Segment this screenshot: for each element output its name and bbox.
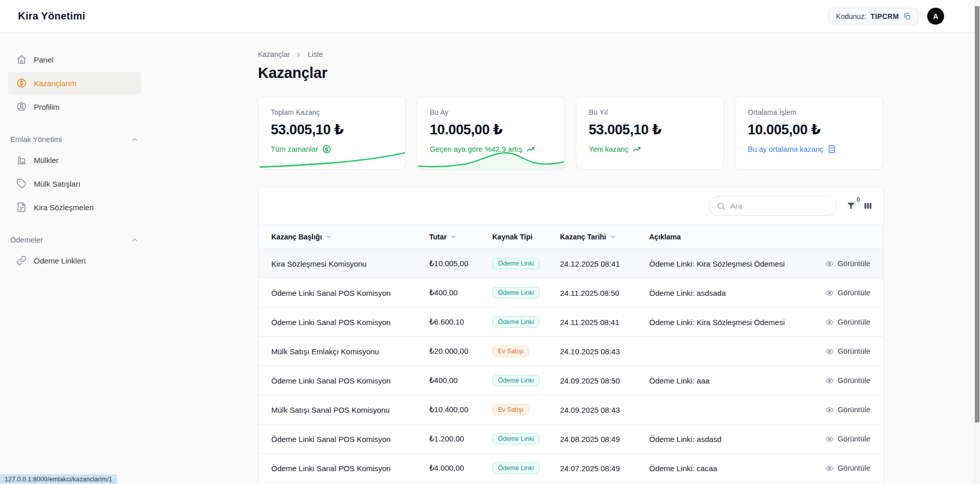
copy-icon[interactable] — [903, 12, 911, 21]
sidebar-item-mülkler[interactable]: Mülkler — [8, 149, 141, 171]
sidebar-item-panel[interactable]: Panel — [8, 48, 141, 71]
sidebar-section-label: Emlak Yönetimi — [10, 135, 62, 144]
cell-source-type: Ödeme Linki — [492, 316, 560, 328]
table-body: Kira Sözleşmesi Komisyonu ₺10.005,00 Öde… — [258, 249, 883, 483]
sidebar-item-mülk-satışları[interactable]: Mülk Satışları — [8, 172, 141, 195]
dollar-circle-icon — [322, 145, 331, 154]
sidebar-item-label: Mülkler — [34, 156, 58, 165]
eye-icon — [825, 464, 834, 473]
column-header-tutar[interactable]: Tutar — [429, 233, 492, 241]
table-row[interactable]: Ödeme Linki Sanal POS Komisyon ₺400,00 Ö… — [258, 366, 883, 395]
cell-source-type: Ödeme Linki — [492, 287, 560, 299]
view-button-label: Görüntüle — [837, 259, 870, 268]
cell-amount: ₺10.005,00 — [429, 259, 492, 268]
avatar[interactable]: A — [927, 8, 944, 25]
cell-amount: ₺6.600,10 — [429, 317, 492, 327]
link-status-bubble: 127.0.0.1:8000/emlakci/kazanclarim/1 — [0, 474, 117, 484]
view-button[interactable]: Görüntüle — [804, 376, 870, 385]
stat-label: Toplam Kazanç — [271, 108, 393, 116]
column-header-kazanç-tarihi[interactable]: Kazanç Tarihi — [560, 233, 649, 241]
scrollbar-thumb[interactable] — [975, 6, 979, 422]
app-title: Kira Yönetimi — [18, 10, 85, 22]
chevron-right-icon — [295, 51, 303, 58]
cell-title: Ödeme Linki Sanal POS Komisyon — [271, 435, 429, 443]
breadcrumb: Kazançlar Liste — [258, 50, 884, 58]
view-button[interactable]: Görüntüle — [804, 435, 870, 443]
sidebar-item-kira-sözleşmeleri[interactable]: Kira Sözleşmeleri — [8, 196, 141, 218]
eye-icon — [825, 259, 834, 268]
table-row[interactable]: Mülk Satışı Sanal POS Komisyonu ₺10.400,… — [258, 395, 883, 425]
column-label: Kazanç Başlığı — [271, 233, 322, 241]
cell-source-type: Ödeme Linki — [492, 462, 560, 474]
column-header-açıklama: Açıklama — [649, 233, 804, 241]
stat-card-3: Ortalama İşlem 10.005,00 ₺ Bu ay ortalam… — [735, 96, 883, 170]
view-button[interactable]: Görüntüle — [804, 318, 870, 327]
stat-value: 53.005,10 ₺ — [271, 122, 393, 138]
view-button[interactable]: Görüntüle — [804, 406, 870, 414]
search-input[interactable] — [730, 201, 829, 210]
user-code-chip[interactable]: Kodunuz: TIPCRM — [828, 8, 919, 25]
chevron-up-icon — [131, 135, 139, 144]
table-row[interactable]: Ödeme Linki Sanal POS Komisyon ₺6.600,10… — [258, 308, 883, 337]
cell-source-type: Ev Satışı — [492, 404, 560, 416]
eye-icon — [825, 289, 834, 297]
cell-description: Ödeme Linki: asdsada — [649, 289, 804, 297]
source-type-badge: Ödeme Linki — [492, 433, 539, 445]
chevron-up-icon — [131, 236, 139, 244]
sidebar-section-emlak-yönetimi[interactable]: Emlak Yönetimi — [10, 135, 139, 144]
table-row[interactable]: Mülk Satışı Emlakçı Komisyonu ₺20.000,00… — [258, 337, 883, 366]
column-label: Açıklama — [649, 233, 681, 241]
topbar: Kira Yönetimi Kodunuz: TIPCRM A — [0, 0, 980, 33]
cell-description: Ödeme Linki: Kira Sözleşmesi Ödemesi — [649, 259, 804, 268]
view-button[interactable]: Görüntüle — [804, 464, 870, 473]
cell-source-type: Ödeme Linki — [492, 375, 560, 387]
cell-source-type: Ödeme Linki — [492, 258, 560, 270]
stat-subtitle-text: Yeni kazanç — [589, 145, 629, 153]
cell-amount: ₺1.200,00 — [429, 434, 492, 443]
view-button-label: Görüntüle — [837, 347, 870, 355]
cell-amount: ₺10.400,00 — [429, 405, 492, 414]
view-button[interactable]: Görüntüle — [804, 289, 870, 297]
cell-source-type: Ödeme Linki — [492, 433, 560, 445]
trend-up-icon — [632, 145, 642, 154]
cell-description: Ödeme Linki: aaa — [649, 376, 804, 385]
search-box — [709, 196, 837, 216]
sidebar-item-ödeme-linkleri[interactable]: Ödeme Linkleri — [8, 249, 141, 272]
table-row[interactable]: Kira Sözleşmesi Komisyonu ₺10.005,00 Öde… — [258, 249, 883, 278]
building-icon — [16, 155, 27, 165]
stat-subtitle: Bu ay ortalama kazanç — [748, 145, 870, 154]
columns-button[interactable] — [863, 201, 873, 211]
earnings-table-card: 0 Kazanç BaşlığıTutarKaynak TipiKazanç T… — [258, 187, 884, 484]
calculator-icon — [827, 145, 836, 154]
cell-amount: ₺4.000,00 — [429, 463, 492, 473]
table-header-row: Kazanç BaşlığıTutarKaynak TipiKazanç Tar… — [258, 225, 883, 249]
view-button[interactable]: Görüntüle — [804, 259, 870, 268]
sidebar-item-label: Ödeme Linkleri — [34, 256, 86, 265]
cell-date: 24.10.2025 08:43 — [560, 347, 649, 356]
page-title: Kazançlar — [258, 65, 884, 82]
view-button[interactable]: Görüntüle — [804, 347, 870, 356]
status-url: 127.0.0.1:8000/emlakci/kazanclarim/1 — [5, 476, 112, 483]
eye-icon — [825, 406, 834, 414]
table-row[interactable]: Ödeme Linki Sanal POS Komisyon ₺400,00 Ö… — [258, 278, 883, 308]
breadcrumb-liste[interactable]: Liste — [308, 50, 323, 58]
cell-title: Kira Sözleşmesi Komisyonu — [271, 259, 429, 268]
sidebar-item-profilim[interactable]: Profilim — [8, 95, 141, 118]
breadcrumb-kazanclar[interactable]: Kazançlar — [258, 50, 290, 58]
scrollbar-track[interactable] — [974, 0, 980, 484]
table-row[interactable]: Ödeme Linki Sanal POS Komisyon ₺4.000,00… — [258, 454, 883, 483]
filter-button[interactable]: 0 — [846, 201, 856, 211]
table-row[interactable]: Ödeme Linki Sanal POS Komisyon ₺1.200,00… — [258, 425, 883, 454]
table-toolbar: 0 — [258, 187, 883, 225]
column-header-kazanç-başlığı[interactable]: Kazanç Başlığı — [271, 233, 429, 241]
cell-description: Ödeme Linki: cacaa — [649, 464, 804, 473]
sidebar-item-kazançlarım[interactable]: Kazançlarım — [8, 72, 141, 94]
view-button-label: Görüntüle — [837, 318, 870, 326]
stat-label: Ortalama İşlem — [748, 108, 870, 116]
eye-icon — [825, 435, 834, 443]
sort-chevron-icon — [450, 233, 457, 240]
eye-icon — [825, 347, 834, 356]
cell-description: Ödeme Linki: Kira Sözleşmesi Ödemesi — [649, 318, 804, 327]
sidebar-item-label: Mülk Satışları — [34, 179, 81, 188]
sidebar-section-ödemeler[interactable]: Ödemeler — [10, 236, 139, 244]
